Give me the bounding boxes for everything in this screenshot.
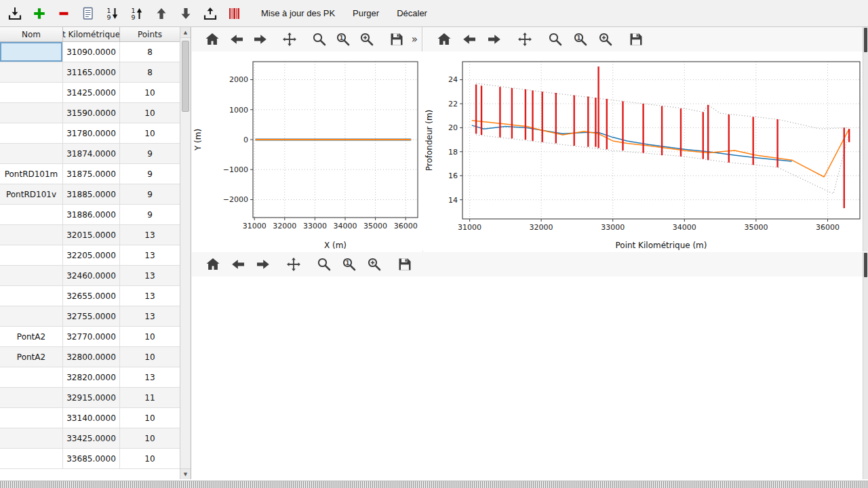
remove-row-button[interactable] [53, 3, 75, 24]
zoom-plus-button[interactable] [358, 30, 376, 49]
cell-point-kilometrique[interactable]: 32655.0000 [63, 286, 120, 306]
forward-button[interactable] [485, 30, 504, 49]
cell-points[interactable]: 13 [120, 367, 180, 388]
cell-point-kilometrique[interactable]: 31090.0000 [63, 42, 120, 62]
cell-nom[interactable] [0, 388, 63, 408]
cell-nom[interactable] [0, 428, 63, 449]
cell-nom[interactable]: PontA2 [0, 347, 63, 367]
cell-nom[interactable] [0, 266, 63, 286]
cell-nom[interactable] [0, 245, 63, 266]
cell-point-kilometrique[interactable]: 31780.0000 [63, 123, 120, 144]
cell-point-kilometrique[interactable]: 32015.0000 [63, 225, 120, 245]
cell-nom[interactable]: PontRD101v [0, 184, 63, 205]
table-row[interactable]: 33425.000010 [0, 428, 191, 449]
cell-nom[interactable] [0, 83, 63, 103]
cell-nom[interactable] [0, 144, 63, 164]
cell-point-kilometrique[interactable]: 31885.0000 [63, 184, 120, 205]
pan-button[interactable] [284, 255, 303, 274]
cell-points[interactable]: 10 [120, 327, 180, 347]
table-row[interactable]: 32460.000013 [0, 266, 191, 286]
cell-point-kilometrique[interactable]: 31874.0000 [63, 144, 120, 164]
table-row[interactable]: 31090.00008 [0, 42, 191, 62]
table-row[interactable]: 32755.000013 [0, 306, 191, 327]
cell-point-kilometrique[interactable]: 32820.0000 [63, 367, 120, 388]
cell-nom[interactable] [0, 103, 63, 123]
cell-point-kilometrique[interactable]: 31590.0000 [63, 103, 120, 123]
back-button[interactable] [227, 30, 245, 49]
cell-points[interactable]: 10 [120, 347, 180, 367]
sort-ascending-button[interactable]: 1 9 [126, 3, 148, 24]
scroll-up-button[interactable]: ▲ [180, 27, 191, 38]
zoom-button[interactable] [546, 30, 565, 49]
forward-button[interactable] [252, 30, 269, 49]
cell-nom[interactable] [0, 42, 63, 62]
cell-points[interactable]: 13 [120, 266, 180, 286]
cell-point-kilometrique[interactable]: 31886.0000 [63, 205, 120, 225]
table-row[interactable]: PontRD101v31885.00009 [0, 184, 191, 205]
cell-points[interactable]: 10 [120, 428, 180, 449]
cell-points[interactable]: 8 [120, 42, 180, 62]
cell-points[interactable]: 11 [120, 388, 180, 408]
cell-point-kilometrique[interactable]: 32915.0000 [63, 388, 120, 408]
cell-points[interactable]: 10 [120, 103, 180, 123]
column-header-point-kilometrique[interactable]: t Kilométrique [63, 27, 120, 42]
edit-list-button[interactable] [77, 3, 99, 24]
zoom-one-button[interactable]: 1 [340, 255, 359, 274]
scrollbar-thumb[interactable] [864, 253, 867, 277]
table-row[interactable]: PontA232770.000010 [0, 327, 191, 347]
cell-point-kilometrique[interactable]: 33140.0000 [63, 408, 120, 428]
toolbar-overflow-chevron[interactable]: » [412, 33, 418, 45]
forward-button[interactable] [254, 255, 273, 274]
cell-nom[interactable] [0, 62, 63, 83]
cell-points[interactable]: 9 [120, 164, 180, 184]
table-row[interactable]: 32820.000013 [0, 367, 191, 388]
move-up-button[interactable] [151, 3, 172, 24]
import-button[interactable] [4, 3, 26, 24]
table-row[interactable]: PontA232800.000010 [0, 347, 191, 367]
cell-points[interactable]: 13 [120, 306, 180, 327]
table-row[interactable]: 32205.000013 [0, 245, 191, 266]
action-mise-a-jour-pk[interactable]: Mise à jour des PK [254, 3, 342, 24]
cell-points[interactable]: 10 [120, 83, 180, 103]
table-row[interactable]: 31780.000010 [0, 123, 191, 144]
zoom-plus-button[interactable] [365, 255, 384, 274]
zoom-button[interactable] [310, 30, 328, 49]
table-row[interactable]: 31874.00009 [0, 144, 191, 164]
table-row[interactable]: 32655.000013 [0, 286, 191, 306]
table-row[interactable]: 33140.000010 [0, 408, 191, 428]
add-row-button[interactable] [28, 3, 50, 24]
cell-point-kilometrique[interactable]: 31875.0000 [63, 164, 120, 184]
cell-points[interactable]: 9 [120, 144, 180, 164]
update-profiles-button[interactable] [224, 3, 245, 24]
table-row[interactable]: 33685.000010 [0, 449, 191, 469]
home-button[interactable] [203, 255, 222, 274]
cell-nom[interactable] [0, 306, 63, 327]
cell-point-kilometrique[interactable]: 32770.0000 [63, 327, 120, 347]
cell-point-kilometrique[interactable]: 33685.0000 [63, 449, 120, 469]
plots-row-scrollbar[interactable] [863, 27, 868, 251]
column-header-points[interactable]: Points [120, 27, 180, 42]
cell-nom[interactable] [0, 123, 63, 144]
zoom-button[interactable] [315, 255, 334, 274]
cell-nom[interactable]: PontA2 [0, 327, 63, 347]
table-row[interactable]: 32915.000011 [0, 388, 191, 408]
cell-points[interactable]: 9 [120, 184, 180, 205]
zoom-plus-button[interactable] [596, 30, 615, 49]
save-button[interactable] [395, 255, 414, 274]
cell-points[interactable]: 9 [120, 205, 180, 225]
action-decaler[interactable]: Décaler [389, 3, 435, 24]
export-button[interactable] [199, 3, 221, 24]
cell-points[interactable]: 10 [120, 449, 180, 469]
column-header-nom[interactable]: Nom [0, 27, 63, 42]
move-down-button[interactable] [175, 3, 197, 24]
sort-descending-button[interactable]: 1 9 [102, 3, 123, 24]
cell-point-kilometrique[interactable]: 32755.0000 [63, 306, 120, 327]
cell-nom[interactable]: PontRD101m [0, 164, 63, 184]
table-row[interactable]: 31425.000010 [0, 83, 191, 103]
cell-points[interactable]: 13 [120, 286, 180, 306]
pan-button[interactable] [281, 30, 298, 49]
depth-profile-chart[interactable]: 3100032000330003400035000360001416182022… [423, 52, 863, 251]
scrollbar-thumb[interactable] [182, 41, 189, 112]
save-button[interactable] [627, 30, 646, 49]
cell-point-kilometrique[interactable]: 33425.0000 [63, 428, 120, 449]
